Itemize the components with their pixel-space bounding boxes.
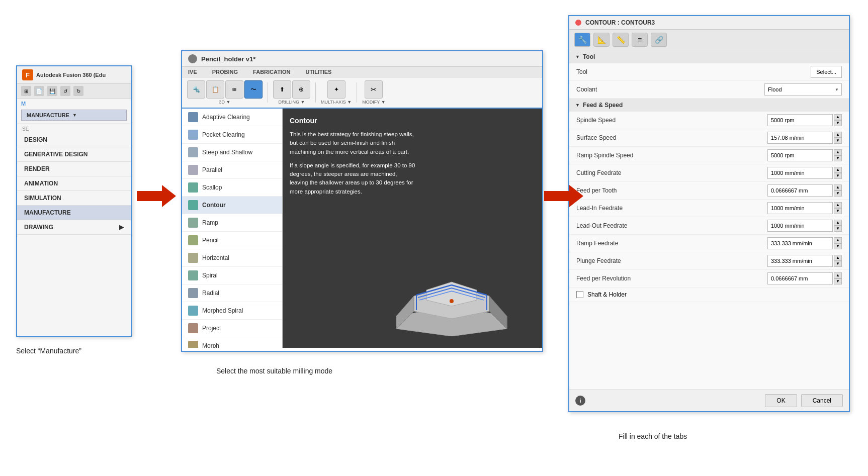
milling-horizontal[interactable]: Horizontal	[182, 249, 282, 267]
milling-parallel[interactable]: Parallel	[182, 161, 282, 179]
milling-morph[interactable]: Morph	[182, 337, 282, 348]
modify-btn1[interactable]: ✂	[365, 80, 383, 99]
shaft-holder-checkbox[interactable]	[576, 291, 583, 298]
manufacture-dropdown-btn[interactable]: MANUFACTURE	[21, 110, 127, 121]
undo-icon[interactable]: ↺	[60, 86, 70, 96]
tooltip-desc2: If a slope angle is specified, for examp…	[290, 161, 416, 196]
fusion-logo: F	[22, 69, 33, 80]
spindle-speed-input[interactable]	[767, 114, 833, 126]
toolbar-3d-dropdown[interactable]: ▼	[226, 100, 231, 105]
multiaxis-btn1[interactable]: ✦	[327, 80, 345, 99]
li-down[interactable]: ▼	[834, 208, 842, 214]
cutting-feedrate-input[interactable]	[767, 167, 833, 179]
coolant-select[interactable]: Flood Mist Air None	[764, 83, 842, 96]
milling-project[interactable]: Project	[182, 320, 282, 337]
rf-up[interactable]: ▲	[834, 237, 842, 243]
milling-scallop[interactable]: Scallop	[182, 179, 282, 197]
leadin-feedrate-input[interactable]	[767, 202, 833, 214]
fpr-down[interactable]: ▼	[834, 278, 842, 284]
tool-section-header[interactable]: ▼ Tool	[569, 50, 849, 63]
pocket-tool-btn[interactable]: 📋	[206, 80, 224, 99]
ramp-spindle-down[interactable]: ▼	[834, 155, 842, 161]
redo-icon[interactable]: ↻	[73, 86, 83, 96]
rf-down[interactable]: ▼	[834, 243, 842, 249]
spindle-speed-ctrl: ▲ ▼	[767, 114, 842, 126]
grid-icon[interactable]: ⊞	[21, 86, 31, 96]
fpt-down[interactable]: ▼	[834, 191, 842, 197]
milling-spiral[interactable]: Spiral	[182, 267, 282, 284]
milling-ramp[interactable]: Ramp	[182, 214, 282, 232]
menu-ive[interactable]: IVE	[188, 69, 197, 75]
milling-steep[interactable]: Steep and Shallow	[182, 144, 282, 161]
drilling-btn1[interactable]: ⬆	[273, 80, 291, 99]
feed-per-rev-input[interactable]	[767, 272, 833, 284]
spindle-up-btn[interactable]: ▲	[834, 114, 842, 120]
lo-down[interactable]: ▼	[834, 226, 842, 232]
parallel-tool-btn[interactable]: ≋	[225, 80, 243, 99]
milling-morphed-spiral[interactable]: Morphed Spiral	[182, 302, 282, 320]
cutting-down[interactable]: ▼	[834, 173, 842, 179]
li-up[interactable]: ▲	[834, 202, 842, 208]
save-icon[interactable]: 💾	[47, 86, 57, 96]
surface-up-btn[interactable]: ▲	[834, 132, 842, 138]
ramp-feedrate-input[interactable]	[767, 237, 833, 249]
surface-speed-input[interactable]	[767, 132, 833, 144]
pf-up[interactable]: ▲	[834, 255, 842, 261]
sidebar-item-render[interactable]: RENDER	[17, 162, 131, 176]
leadout-feedrate-input[interactable]	[767, 220, 833, 232]
ramp-spindle-up[interactable]: ▲	[834, 149, 842, 155]
se-label: SE	[17, 125, 131, 133]
milling-radial[interactable]: Radial	[182, 284, 282, 302]
sidebar-item-simulation[interactable]: SIMULATION	[17, 191, 131, 206]
adaptive-tool-btn[interactable]: 🔩	[187, 80, 205, 99]
tab-tool[interactable]: 🔧	[574, 33, 590, 47]
toolbar-sep1	[268, 82, 268, 103]
sidebar-item-design[interactable]: DESIGN	[17, 133, 131, 147]
sidebar-item-animation[interactable]: ANIMATION	[17, 176, 131, 191]
tool-select-btn[interactable]: Select...	[811, 66, 842, 78]
pf-down[interactable]: ▼	[834, 261, 842, 267]
fpr-up[interactable]: ▲	[834, 272, 842, 278]
scallop-icon	[188, 182, 198, 193]
milling-contour[interactable]: Contour	[182, 197, 282, 214]
milling-adaptive[interactable]: Adaptive Clearing	[182, 109, 282, 126]
milling-pocket[interactable]: Pocket Clearing	[182, 126, 282, 144]
surface-down-btn[interactable]: ▼	[834, 138, 842, 144]
file-icon[interactable]: 📄	[34, 86, 44, 96]
feed-per-tooth-input[interactable]	[767, 184, 833, 197]
tab-passes[interactable]: ≡	[632, 33, 648, 47]
svg-point-6	[450, 299, 454, 303]
spindle-down-btn[interactable]: ▼	[834, 120, 842, 126]
fpt-up[interactable]: ▲	[834, 184, 842, 191]
ramp-spindle-input[interactable]	[767, 149, 833, 161]
lo-up[interactable]: ▲	[834, 220, 842, 226]
info-icon[interactable]: i	[575, 396, 585, 406]
ramp-feedrate-label: Ramp Feedrate	[576, 240, 767, 247]
cancel-button[interactable]: Cancel	[801, 394, 843, 407]
panel2-body: Adaptive Clearing Pocket Clearing Steep …	[182, 109, 542, 348]
milling-pencil[interactable]: Pencil	[182, 232, 282, 249]
tool-select-ctrl: Select...	[811, 66, 842, 78]
spindle-speed-row: Spindle Speed ▲ ▼	[569, 112, 849, 129]
menu-fabrication[interactable]: FABRICATION	[253, 69, 290, 75]
contour-tool-btn[interactable]: 〜	[244, 80, 263, 99]
sidebar-item-drawing[interactable]: DRAWING ▶	[17, 220, 131, 235]
tool-col-1: 🔩 📋 ≋ 〜 3D ▼	[187, 80, 263, 105]
menu-utilities[interactable]: UTILITIES	[305, 69, 331, 75]
leadin-spinner: ▲ ▼	[834, 202, 842, 214]
menu-probing[interactable]: PROBING	[212, 69, 238, 75]
plunge-feedrate-label: Plunge Feedrate	[576, 257, 767, 264]
sidebar-item-generative[interactable]: GENERATIVE DESIGN	[17, 147, 131, 162]
close-btn[interactable]	[575, 20, 581, 26]
ok-button[interactable]: OK	[765, 394, 797, 407]
drilling-btn2[interactable]: ⊕	[292, 80, 310, 99]
plunge-feedrate-input[interactable]	[767, 255, 833, 267]
panel3-tabs: 🔧 📐 📏 ≡ 🔗	[569, 30, 849, 50]
feed-speed-section-header[interactable]: ▼ Feed & Speed	[569, 99, 849, 112]
tab-heights[interactable]: 📏	[613, 33, 629, 47]
cutting-up[interactable]: ▲	[834, 167, 842, 173]
tab-linking[interactable]: 🔗	[651, 33, 667, 47]
leadin-feedrate-row: Lead-In Feedrate ▲ ▼	[569, 200, 849, 217]
tab-geometry[interactable]: 📐	[593, 33, 610, 47]
sidebar-item-manufacture[interactable]: MANUFACTURE	[17, 206, 131, 220]
